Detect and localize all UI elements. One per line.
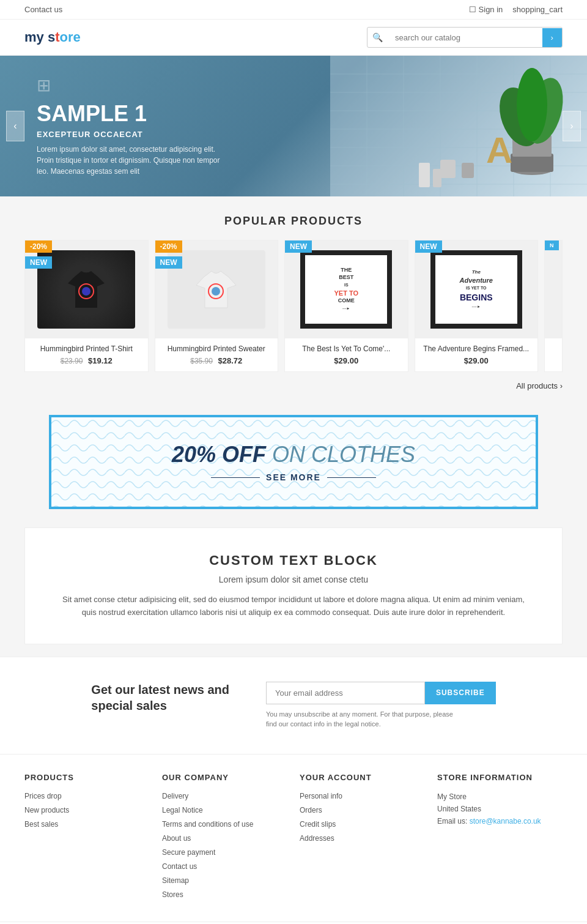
promo-banner[interactable]: 20% OFF ON CLOTHES SEE MORE xyxy=(49,415,538,509)
new-badge: NEW xyxy=(285,240,312,253)
all-products-anchor[interactable]: All products xyxy=(516,381,558,390)
list-item: Terms and conditions of use xyxy=(162,819,287,829)
frame-text: THEBESTISYET TOCOME····► xyxy=(334,267,358,311)
svg-text:A: A xyxy=(486,130,512,171)
all-products-link[interactable]: All products › xyxy=(24,381,563,390)
footer-products-list: Prices drop New products Best sales xyxy=(24,791,150,829)
footer: PRODUCTS Prices drop New products Best s… xyxy=(0,754,587,922)
sitemap-link[interactable]: Sitemap xyxy=(162,876,189,885)
top-bar-right: ☐ Sign in shopping_cart xyxy=(469,5,563,14)
price-new: $28.72 xyxy=(218,356,243,365)
custom-block-title: CUSTOM TEXT BLOCK xyxy=(62,553,525,568)
footer-company-list: Delivery Legal Notice Terms and conditio… xyxy=(162,791,287,899)
product-price: $23.90 $19.12 xyxy=(31,356,142,365)
new-badge: N xyxy=(545,240,559,250)
product-info: Hummingbird Printed T-Shirt $23.90 $19.1… xyxy=(25,338,148,371)
product-info: Hummingbird Printed Sweater $35.90 $28.7… xyxy=(155,338,278,371)
promo-title: 20% OFF ON CLOTHES xyxy=(64,442,523,468)
logo[interactable]: my store xyxy=(24,29,81,45)
new-products-link[interactable]: New products xyxy=(24,806,69,814)
hero-banner: ‹ ⊞ SAMPLE 1 EXCEPTEUR OCCAECAT Lorem ip… xyxy=(0,56,587,196)
list-item: New products xyxy=(24,805,150,814)
footer-col-company-title: OUR COMPANY xyxy=(162,773,287,782)
product-price: $29.00 xyxy=(421,356,532,365)
product-price: $35.90 $28.72 xyxy=(161,356,272,365)
product-name: The Best Is Yet To Come'... xyxy=(291,345,402,353)
svg-rect-23 xyxy=(419,163,430,187)
search-input[interactable] xyxy=(388,28,542,47)
list-item: Credit slips xyxy=(300,819,425,829)
custom-text-block: CUSTOM TEXT BLOCK Lorem ipsum dolor sit … xyxy=(24,527,563,644)
new-badge: NEW xyxy=(25,256,52,269)
secure-payment-link[interactable]: Secure payment xyxy=(162,848,215,857)
svg-point-28 xyxy=(212,287,220,296)
footer-col-account-title: YOUR ACCOUNT xyxy=(300,773,425,782)
personal-info-link[interactable]: Personal info xyxy=(300,792,342,800)
product-image-frame: THEBESTISYET TOCOME····► xyxy=(300,250,392,329)
prices-drop-link[interactable]: Prices drop xyxy=(24,792,62,800)
price-old: $23.90 xyxy=(61,357,83,365)
promo-light: ON CLOTHES xyxy=(272,442,415,467)
newsletter-note: You may unsubscribe at any moment. For t… xyxy=(266,709,462,729)
custom-block-subtitle: Lorem ipsum dolor sit amet conse ctetu xyxy=(62,575,525,584)
contact-link[interactable]: Contact us xyxy=(24,5,62,14)
product-image-frame: The Adventure IS YET TO BEGINS ·····► xyxy=(430,250,522,329)
svg-rect-20 xyxy=(440,160,456,178)
hero-visual: A xyxy=(330,56,587,196)
store-info-text: My Store United States Email us: store@k… xyxy=(437,791,563,828)
footer-col-company: OUR COMPANY Delivery Legal Notice Terms … xyxy=(162,773,287,903)
footer-col-store-title: STORE INFORMATION xyxy=(437,773,563,782)
newsletter-section: Get our latest news and special sales SU… xyxy=(0,657,587,754)
price-new: $19.12 xyxy=(88,356,113,365)
discount-badge: -20% xyxy=(25,240,52,253)
product-info: The Adventure Begins Framed... $29.00 xyxy=(415,338,538,371)
new-badge: NEW xyxy=(415,240,442,253)
product-card[interactable]: NEW The Adventure IS YET TO BEGINS ·····… xyxy=(415,240,539,372)
search-icon: 🔍 xyxy=(367,28,388,47)
product-name: Hummingbird Printed Sweater xyxy=(161,345,272,353)
price-new: $29.00 xyxy=(464,356,489,365)
product-card[interactable]: NEW THEBESTISYET TOCOME····► The Best Is… xyxy=(284,240,408,372)
product-image-wrap: N xyxy=(545,240,562,338)
sign-in-button[interactable]: ☐ Sign in xyxy=(469,5,503,14)
terms-link[interactable]: Terms and conditions of use xyxy=(162,820,253,829)
product-info: The Best Is Yet To Come'... $29.00 xyxy=(285,338,408,371)
stores-link[interactable]: Stores xyxy=(162,890,183,899)
credit-slips-link[interactable]: Credit slips xyxy=(300,820,336,829)
list-item: Orders xyxy=(300,805,425,814)
promo-bold: 20% OFF xyxy=(172,442,266,467)
new-badge: NEW xyxy=(155,256,182,269)
newsletter-heading: Get our latest news and special sales xyxy=(91,682,229,713)
list-item: Delivery xyxy=(162,791,287,800)
header: my store 🔍 › xyxy=(0,20,587,56)
user-icon: ☐ xyxy=(469,5,476,14)
svg-rect-21 xyxy=(462,163,474,178)
legal-notice-link[interactable]: Legal Notice xyxy=(162,806,203,814)
product-image-wrap: NEW THEBESTISYET TOCOME····► xyxy=(285,240,408,338)
product-image-tshirt xyxy=(37,250,135,329)
newsletter-email-input[interactable] xyxy=(266,682,425,704)
product-image-sweater xyxy=(168,250,265,329)
footer-col-products-title: PRODUCTS xyxy=(24,773,150,782)
hero-next-button[interactable]: › xyxy=(563,111,581,141)
search-button[interactable]: › xyxy=(542,28,562,47)
cart-link[interactable]: shopping_cart xyxy=(512,5,563,14)
product-card[interactable]: -20% NEW Hummingbird Printed Sweater $35… xyxy=(155,240,279,372)
discount-badge: -20% xyxy=(155,240,182,253)
contact-us-link[interactable]: Contact us xyxy=(162,862,197,871)
product-card[interactable]: -20% NEW Hummingbird Printed T-Shirt $23… xyxy=(24,240,149,372)
hero-title: SAMPLE 1 xyxy=(37,102,220,126)
promo-see-more[interactable]: SEE MORE xyxy=(64,472,523,482)
list-item: About us xyxy=(162,833,287,843)
orders-link[interactable]: Orders xyxy=(300,806,322,814)
about-us-link[interactable]: About us xyxy=(162,834,191,843)
newsletter-subscribe-button[interactable]: SUBSCRIBE xyxy=(425,682,496,704)
search-bar: 🔍 › xyxy=(367,27,563,48)
best-sales-link[interactable]: Best sales xyxy=(24,820,58,829)
list-item: Best sales xyxy=(24,819,150,829)
addresses-link[interactable]: Addresses xyxy=(300,834,334,843)
store-email-link[interactable]: store@kannabe.co.uk xyxy=(470,817,541,825)
product-card[interactable]: N xyxy=(544,240,563,372)
product-image-wrap: -20% NEW xyxy=(25,240,148,338)
delivery-link[interactable]: Delivery xyxy=(162,792,188,800)
